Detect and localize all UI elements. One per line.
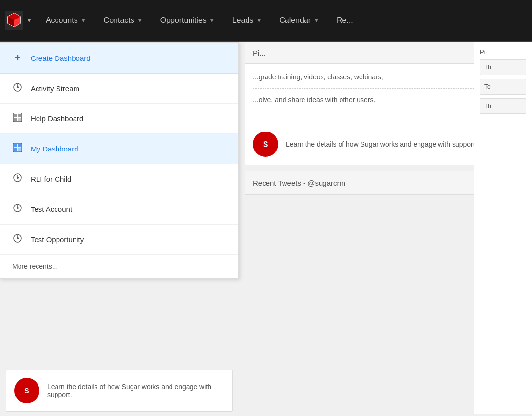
svg-rect-18: [18, 148, 21, 151]
dropdown-item-activity-stream[interactable]: Activity Stream: [0, 74, 238, 104]
test-account-label: Test Account: [31, 205, 72, 213]
sugar-support-text: Learn the details of how Sugar works and…: [47, 383, 225, 398]
sugar-support-card-text: Learn the details of how Sugar works and…: [286, 140, 476, 148]
sugar-support-body: S Learn the details of how Sugar works a…: [6, 370, 232, 411]
dropdown-item-test-account[interactable]: Test Account: [0, 194, 238, 225]
svg-rect-13: [18, 118, 21, 121]
background-content: S Learn the details of how Sugar works a…: [0, 364, 239, 414]
nav-accounts-arrow: ▼: [81, 18, 86, 23]
rli-for-child-label: RLI for Child: [31, 175, 71, 183]
nav-contacts-arrow: ▼: [137, 18, 143, 23]
sidebar-item-th1: Th: [480, 59, 526, 75]
sidebar-item-to: To: [480, 79, 526, 95]
right-sidebar: Pi Th To Th: [474, 42, 532, 414]
plus-icon: +: [12, 52, 23, 64]
svg-rect-11: [18, 114, 21, 117]
nav-leads[interactable]: Leads ▼: [224, 0, 270, 41]
activity-stream-icon: [12, 82, 23, 95]
recent-tweets-title: Recent Tweets - @sugarcrm: [253, 179, 345, 187]
my-dashboard-icon: [12, 143, 23, 155]
nav-calendar[interactable]: Calendar ▼: [270, 0, 328, 41]
nav-contacts[interactable]: Contacts ▼: [95, 0, 152, 41]
svg-text:S: S: [263, 140, 268, 149]
rli-icon: [12, 173, 23, 185]
sugar-logo-icon: S: [253, 132, 278, 157]
nav-calendar-label: Calendar: [279, 16, 311, 25]
right-panel: Pi... ∧ ⚙ ...grade training, videos, cla…: [239, 42, 532, 414]
nav-leads-label: Leads: [232, 16, 254, 25]
more-recents-label: More recents...: [12, 263, 57, 270]
logo-dropdown-arrow[interactable]: ▼: [26, 17, 32, 24]
help-dashboard-icon: [12, 113, 23, 125]
help-dashboard-label: Help Dashboard: [31, 114, 83, 123]
sidebar-pi-label: Pi: [480, 48, 526, 56]
nav-accounts-label: Accounts: [46, 16, 78, 25]
nav-more-label: Re...: [337, 16, 353, 25]
app-logo[interactable]: ▼: [5, 11, 32, 30]
test-opportunity-label: Test Opportunity: [31, 235, 84, 244]
sidebar-pi-section: Pi Th To Th: [480, 48, 526, 114]
svg-rect-15: [14, 144, 17, 147]
svg-rect-10: [14, 114, 17, 117]
main-content: + Create Dashboard Activity Stream: [0, 42, 532, 414]
my-dashboard-label: My Dashboard: [31, 145, 78, 153]
dropdown-item-test-opportunity[interactable]: Test Opportunity: [0, 225, 238, 255]
activity-stream-label: Activity Stream: [31, 84, 79, 93]
nav-contacts-label: Contacts: [104, 16, 134, 25]
svg-rect-16: [18, 144, 21, 147]
svg-rect-12: [14, 118, 17, 121]
nav-opportunities-arrow: ▼: [209, 18, 215, 23]
svg-text:S: S: [24, 387, 29, 395]
svg-rect-17: [14, 148, 17, 151]
nav-more[interactable]: Re...: [328, 0, 362, 41]
nav-leads-arrow: ▼: [256, 18, 262, 23]
nav-opportunities-label: Opportunities: [160, 16, 207, 25]
dropdown-item-help-dashboard[interactable]: Help Dashboard: [0, 104, 238, 134]
nav-opportunities[interactable]: Opportunities ▼: [152, 0, 224, 41]
dropdown-item-rli-for-child[interactable]: RLI for Child: [0, 164, 238, 194]
nav-calendar-arrow: ▼: [314, 18, 319, 23]
test-account-icon: [12, 203, 23, 215]
sugar-support-card: S Learn the details of how Sugar works a…: [6, 370, 233, 412]
logo-cube-icon: [5, 11, 23, 30]
nav-accounts[interactable]: Accounts ▼: [37, 0, 95, 41]
top-navbar: ▼ Accounts ▼ Contacts ▼ Opportunities ▼ …: [0, 0, 532, 42]
dropdown-item-my-dashboard[interactable]: My Dashboard: [0, 134, 238, 164]
test-opportunity-icon: [12, 233, 23, 246]
dropdown-item-create-dashboard[interactable]: + Create Dashboard: [0, 43, 238, 74]
left-panel: + Create Dashboard Activity Stream: [0, 42, 239, 414]
sidebar-item-th2: Th: [480, 98, 526, 114]
dashboard-dropdown: + Create Dashboard Activity Stream: [0, 42, 239, 279]
more-recents-link[interactable]: More recents...: [0, 255, 238, 278]
top-card-title: Pi...: [253, 49, 266, 57]
create-dashboard-label: Create Dashboard: [31, 54, 91, 62]
sugar-icon: S: [14, 378, 39, 403]
